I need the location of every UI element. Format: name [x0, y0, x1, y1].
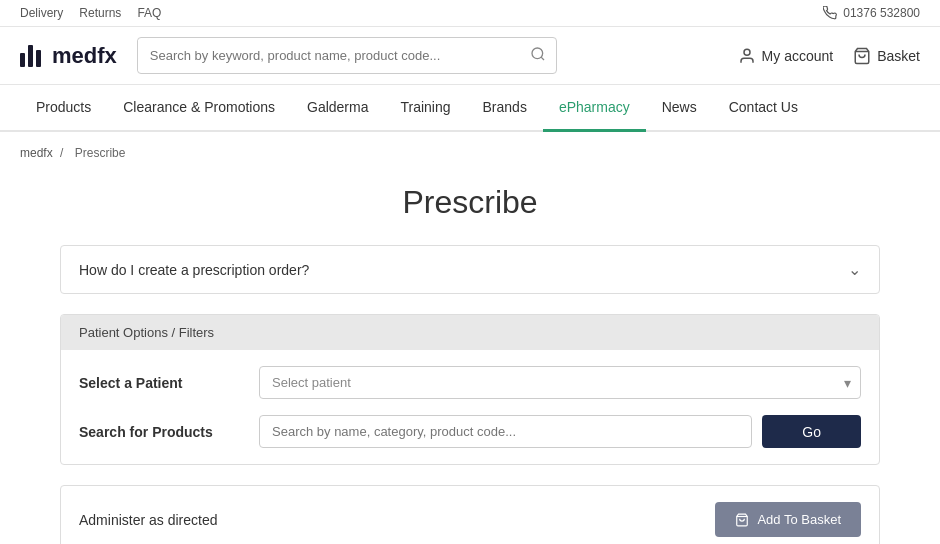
my-account-link[interactable]: My account	[738, 47, 834, 65]
svg-point-5	[744, 49, 750, 55]
breadcrumb-current: Prescribe	[75, 146, 126, 160]
header: medfx My account Basket	[0, 27, 940, 85]
chevron-down-icon: ⌄	[848, 260, 861, 279]
header-actions: My account Basket	[738, 47, 920, 65]
svg-line-4	[541, 57, 544, 60]
phone-icon	[823, 6, 837, 20]
patient-options-section: Patient Options / Filters Select a Patie…	[60, 314, 880, 465]
page-content: Prescribe How do I create a prescription…	[30, 174, 910, 544]
account-icon	[738, 47, 756, 65]
my-account-label: My account	[762, 48, 834, 64]
nav-brands[interactable]: Brands	[467, 85, 543, 132]
logo[interactable]: medfx	[20, 43, 117, 69]
delivery-link[interactable]: Delivery	[20, 6, 63, 20]
select-patient-row: Select a Patient Select patient	[79, 366, 861, 399]
nav-clearance[interactable]: Clearance & Promotions	[107, 85, 291, 132]
svg-rect-2	[36, 50, 41, 67]
select-patient-wrapper: Select patient	[259, 366, 861, 399]
faq-link[interactable]: FAQ	[137, 6, 161, 20]
svg-point-3	[532, 48, 543, 59]
select-patient-label: Select a Patient	[79, 375, 239, 391]
svg-rect-1	[28, 45, 33, 67]
top-bar: Delivery Returns FAQ 01376 532800	[0, 0, 940, 27]
page-title: Prescribe	[60, 184, 880, 221]
patient-section-body: Select a Patient Select patient Search f…	[61, 350, 879, 464]
search-icon	[530, 46, 546, 62]
search-products-row: Search for Products Go	[79, 415, 861, 448]
search-bar	[137, 37, 557, 74]
search-input[interactable]	[138, 40, 520, 71]
nav-galderma[interactable]: Galderma	[291, 85, 384, 132]
phone-number-area: 01376 532800	[823, 6, 920, 20]
svg-rect-0	[20, 53, 25, 67]
logo-icon	[20, 45, 48, 67]
nav-products[interactable]: Products	[20, 85, 107, 132]
administer-label: Administer as directed	[79, 512, 218, 528]
search-button[interactable]	[520, 38, 556, 73]
go-button[interactable]: Go	[762, 415, 861, 448]
basket-link[interactable]: Basket	[853, 47, 920, 65]
faq-question-text: How do I create a prescription order?	[79, 262, 309, 278]
returns-link[interactable]: Returns	[79, 6, 121, 20]
select-patient-dropdown[interactable]: Select patient	[259, 366, 861, 399]
nav-contact[interactable]: Contact Us	[713, 85, 814, 132]
breadcrumb: medfx / Prescribe	[0, 132, 940, 174]
administer-section: Administer as directed Add To Basket If …	[60, 485, 880, 544]
patient-section-header: Patient Options / Filters	[61, 315, 879, 350]
nav-training[interactable]: Training	[384, 85, 466, 132]
faq-question[interactable]: How do I create a prescription order? ⌄	[61, 246, 879, 293]
top-bar-links: Delivery Returns FAQ	[20, 6, 161, 20]
search-products-control: Go	[259, 415, 861, 448]
basket-icon	[853, 47, 871, 65]
faq-accordion: How do I create a prescription order? ⌄	[60, 245, 880, 294]
nav-news[interactable]: News	[646, 85, 713, 132]
add-to-basket-button[interactable]: Add To Basket	[715, 502, 861, 537]
search-products-label: Search for Products	[79, 424, 239, 440]
add-to-basket-label: Add To Basket	[757, 512, 841, 527]
select-patient-control: Select patient	[259, 366, 861, 399]
basket-label: Basket	[877, 48, 920, 64]
nav-epharmacy[interactable]: ePharmacy	[543, 85, 646, 132]
basket-add-icon	[735, 513, 749, 527]
breadcrumb-separator: /	[60, 146, 63, 160]
main-nav: Products Clearance & Promotions Galderma…	[0, 85, 940, 132]
administer-top: Administer as directed Add To Basket	[79, 502, 861, 537]
search-products-input[interactable]	[259, 415, 752, 448]
phone-number: 01376 532800	[843, 6, 920, 20]
breadcrumb-home[interactable]: medfx	[20, 146, 53, 160]
